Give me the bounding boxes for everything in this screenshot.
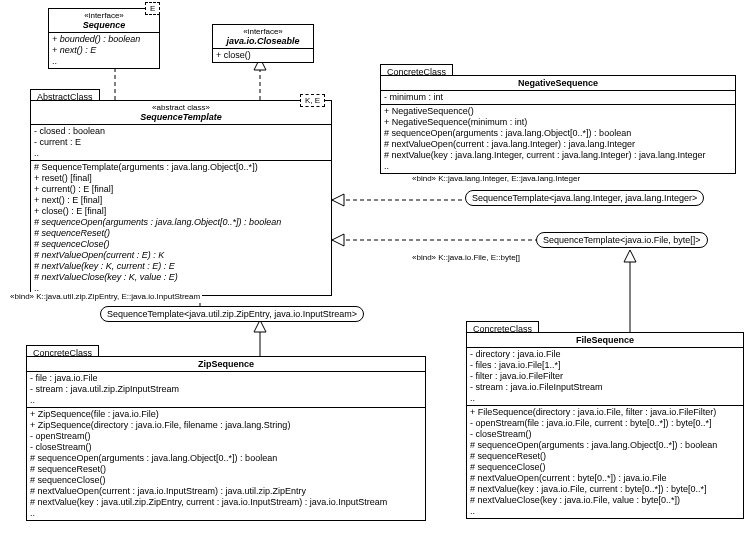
member-row: # sequenceReset() [30,464,422,475]
member-row: - closed : boolean [34,126,328,137]
member-row: - current : E [34,137,328,148]
closeable-interface: «interface» java.io.Closeable + close() [212,24,314,63]
member-row: # nextValueOpen(current : java.io.InputS… [30,486,422,497]
member-row: # nextValueClose(key : java.io.File, val… [470,495,740,506]
member-row: - openStream() [30,431,422,442]
member-row: - closeStream() [30,442,422,453]
negative-name: NegativeSequence [385,78,731,88]
member-row: # sequenceOpen(arguments : java.lang.Obj… [384,128,732,139]
member-row: - files : java.io.File[1..*] [470,360,740,371]
member-row: + ZipSequence(file : java.io.File) [30,409,422,420]
sequence-stereo: «interface» [53,11,155,20]
member-row: + reset() [final] [34,173,328,184]
member-row: .. [52,56,156,67]
member-row: + NegativeSequence() [384,106,732,117]
member-row: # sequenceOpen(arguments : java.lang.Obj… [470,440,740,451]
member-row: # sequenceOpen(arguments : java.lang.Obj… [30,453,422,464]
svg-marker-2 [332,194,344,206]
member-row: # SequenceTemplate(arguments : java.lang… [34,162,328,173]
member-row: + NegativeSequence(minimum : int) [384,117,732,128]
member-row: + current() : E [final] [34,184,328,195]
file-sequence-class: FileSequence - directory : java.io.File-… [466,332,744,519]
member-row: - minimum : int [384,92,732,103]
member-row: .. [470,393,740,404]
sequence-interface: «interface» Sequence + bounded() : boole… [48,8,160,69]
member-row: .. [470,506,740,517]
member-row: - filter : java.io.FileFilter [470,371,740,382]
zip-sequence-class: ZipSequence - file : java.io.File- strea… [26,356,426,521]
member-row: - stream : java.util.zip.ZipInputStream [30,384,422,395]
member-row: - stream : java.io.FileInputStream [470,382,740,393]
member-row: .. [34,148,328,159]
member-row: # nextValueOpen(current : java.lang.Inte… [384,139,732,150]
member-row: # nextValue(key : java.util.zip.ZipEntry… [30,497,422,508]
member-row: # nextValueClose(key : K, value : E) [34,272,328,283]
member-row: # nextValue(key : java.io.File, current … [470,484,740,495]
member-row: + bounded() : boolean [52,34,156,45]
member-row: # nextValue(key : java.lang.Integer, cur… [384,150,732,161]
member-row: # sequenceClose() [470,462,740,473]
member-row: + ZipSequence(directory : java.io.File, … [30,420,422,431]
param-negative: SequenceTemplate<java.lang.Integer, java… [465,190,704,206]
member-row: - file : java.io.File [30,373,422,384]
member-row: + close() [216,50,310,61]
sequence-param: E [145,2,160,15]
closeable-stereo: «interface» [217,27,309,36]
member-row: - closeStream() [470,429,740,440]
member-row: # sequenceClose() [34,239,328,250]
member-row: # nextValueOpen(current : byte[0..*]) : … [470,473,740,484]
member-row: + next() : E [52,45,156,56]
member-row: .. [30,395,422,406]
member-row: # nextValueOpen(current : E) : K [34,250,328,261]
member-row: # sequenceReset() [470,451,740,462]
svg-marker-5 [624,250,636,262]
file-name: FileSequence [471,335,739,345]
member-row: # sequenceOpen(arguments : java.lang.Obj… [34,217,328,228]
bind-file-label: «bind» K::java.io.File, E::byte[] [410,253,522,262]
bind-negative-label: «bind» K::java.lang.Integer, E::java.lan… [410,174,582,183]
sequence-name: Sequence [53,20,155,30]
svg-marker-4 [332,234,344,246]
member-row: + close() : E [final] [34,206,328,217]
bind-zip-label: «bind» K::java.util.zip.ZipEntry, E::jav… [8,292,202,301]
member-row: # sequenceReset() [34,228,328,239]
member-row: - directory : java.io.File [470,349,740,360]
member-row: .. [384,161,732,172]
member-row: # nextValue(key : K, current : E) : E [34,261,328,272]
negative-sequence-class: NegativeSequence - minimum : int + Negat… [380,75,736,174]
sequence-template-class: «abstract class» SequenceTemplate - clos… [30,100,332,296]
member-row: # sequenceClose() [30,475,422,486]
param-file: SequenceTemplate<java.io.File, byte[]> [536,232,708,248]
template-name: SequenceTemplate [35,112,327,122]
member-row: + next() : E [final] [34,195,328,206]
member-row: + FileSequence(directory : java.io.File,… [470,407,740,418]
member-row: - openStream(file : java.io.File, curren… [470,418,740,429]
member-row: .. [30,508,422,519]
closeable-name: java.io.Closeable [217,36,309,46]
zip-name: ZipSequence [31,359,421,369]
template-stereo: «abstract class» [35,103,327,112]
param-zip: SequenceTemplate<java.util.zip.ZipEntry,… [100,306,364,322]
template-param: K, E [300,94,325,107]
